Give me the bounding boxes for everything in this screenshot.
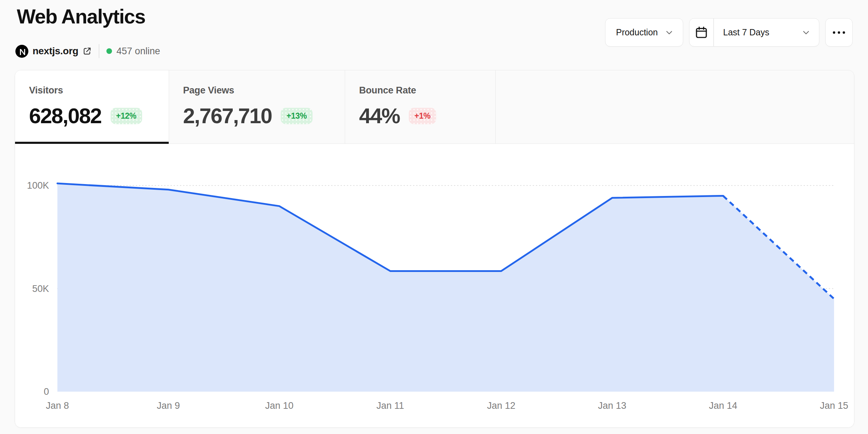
environment-label: Production <box>616 27 658 37</box>
x-axis-tick: Jan 9 <box>157 400 180 411</box>
analytics-panel: Visitors 628,082 +12% Page Views 2,767,7… <box>15 70 854 428</box>
x-axis-tick: Jan 8 <box>46 400 69 411</box>
chart-area-fill <box>57 183 834 392</box>
calendar-button[interactable] <box>690 19 713 46</box>
y-axis-tick: 100K <box>27 180 49 191</box>
stat-delta-badge: +13% <box>281 108 312 124</box>
visitors-chart-svg: 100K50K0Jan 8Jan 9Jan 10Jan 11Jan 12Jan … <box>15 144 854 427</box>
tab-bounce-rate[interactable]: Bounce Rate 44% +1% <box>345 70 496 144</box>
x-axis-tick: Jan 12 <box>487 400 515 411</box>
page-title: Web Analytics <box>17 5 145 28</box>
stat-delta-badge: +12% <box>111 108 142 124</box>
date-range-control[interactable]: Last 7 Days <box>689 18 819 47</box>
environment-dropdown[interactable]: Production <box>605 18 684 47</box>
date-range-dropdown[interactable]: Last 7 Days <box>714 27 819 37</box>
online-status: 457 online <box>106 46 160 57</box>
calendar-icon <box>694 26 708 40</box>
y-axis-tick: 0 <box>44 386 49 397</box>
stat-label: Page Views <box>183 85 345 96</box>
x-axis-tick: Jan 15 <box>820 400 848 411</box>
stats-tabs: Visitors 628,082 +12% Page Views 2,767,7… <box>15 70 854 144</box>
stat-delta-badge: +1% <box>409 108 436 124</box>
tabs-filler <box>496 70 854 144</box>
x-axis-tick: Jan 13 <box>598 400 626 411</box>
chevron-down-icon <box>802 28 811 37</box>
stat-label: Bounce Rate <box>359 85 495 96</box>
stat-value: 628,082 <box>29 104 102 128</box>
web-analytics-page: Web Analytics nextjs.org 457 online <box>0 0 868 434</box>
site-info-row: nextjs.org 457 online <box>15 44 160 58</box>
header: Web Analytics nextjs.org 457 online <box>0 0 868 70</box>
stat-value: 2,767,710 <box>183 104 272 128</box>
header-divider <box>99 44 99 58</box>
tab-page-views[interactable]: Page Views 2,767,710 +13% <box>169 70 345 144</box>
online-status-dot <box>106 48 112 54</box>
stat-label: Visitors <box>29 85 169 96</box>
visitors-chart: 100K50K0Jan 8Jan 9Jan 10Jan 11Jan 12Jan … <box>15 144 854 427</box>
stat-value: 44% <box>359 104 400 128</box>
y-axis-tick: 50K <box>32 284 49 294</box>
x-axis-tick: Jan 10 <box>265 400 293 411</box>
more-options-button[interactable] <box>825 18 853 47</box>
online-count: 457 online <box>117 46 160 57</box>
date-range-label: Last 7 Days <box>723 27 769 37</box>
tab-visitors[interactable]: Visitors 628,082 +12% <box>15 70 169 144</box>
ellipsis-icon <box>832 31 846 34</box>
header-controls: Production Last 7 Days <box>605 18 853 47</box>
chevron-down-icon <box>665 28 674 37</box>
site-domain-link[interactable]: nextjs.org <box>33 46 92 57</box>
x-axis-tick: Jan 11 <box>376 400 404 411</box>
site-domain: nextjs.org <box>33 46 78 57</box>
x-axis-tick: Jan 14 <box>709 400 737 411</box>
nextjs-logo-icon <box>15 45 28 58</box>
external-link-icon <box>83 47 92 56</box>
